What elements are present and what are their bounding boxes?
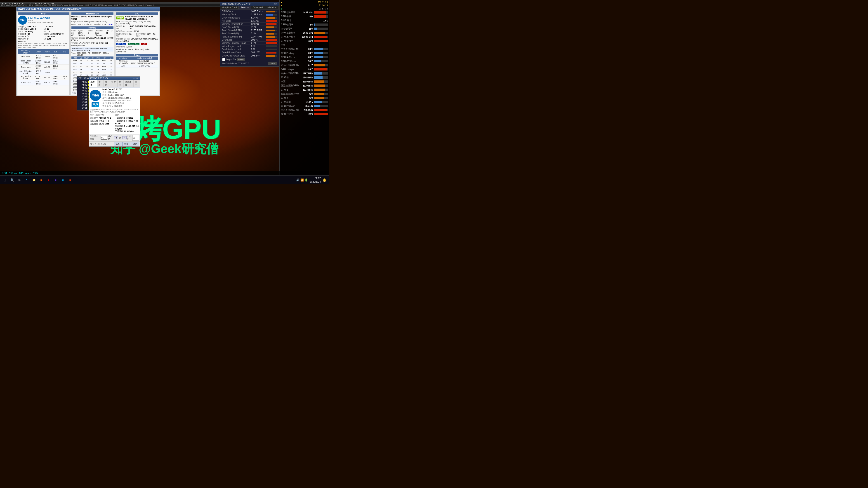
taskbar-app1[interactable]: ■ bbox=[38, 177, 44, 183]
gpuz-sensor-row: Memory Controller Load 94 % bbox=[221, 41, 278, 45]
sidebar-stat-row: GPU 使用率 100% bbox=[280, 39, 329, 43]
gpuz-panel: TechPowerUp GPU-Z 2.44.0 ─ □ × Graphics … bbox=[220, 2, 279, 67]
cpuz-tool-button[interactable]: 工具 bbox=[114, 142, 122, 146]
cpuz-tab-about[interactable]: 关于 bbox=[133, 80, 140, 87]
gpuz-tab-graphics-card[interactable]: Graphics Card bbox=[220, 6, 239, 9]
sidebar-stat-row: 图形处理器(GPU) 290.05 W bbox=[280, 108, 329, 112]
clock-table: Operating Point Clock Ratio Bus VID LFM … bbox=[18, 49, 69, 86]
gpuz-log-label: Log to file bbox=[226, 58, 236, 61]
sidebar-stat-row: 中央处理器(CPU) 63°C bbox=[280, 47, 329, 51]
clock-table-row: Avg. Effective Clock498.5 MHzx5.00 bbox=[18, 70, 69, 75]
sidebar-stat-row: GPU 显存频率 19002 MHz bbox=[280, 35, 329, 39]
sidebar-stat-row: CPU 核心频率 4489 MHz bbox=[280, 10, 329, 14]
gpuz-tab-validation[interactable]: Validation bbox=[265, 6, 278, 9]
search-button[interactable]: 🔍 bbox=[9, 177, 16, 183]
cpuz-prev-btn[interactable]: ◄ bbox=[114, 136, 118, 139]
sidebar-stat-row: CPU Package 38.74 W bbox=[280, 104, 329, 108]
sidebar-stat-row: CPU 倍频 45x bbox=[280, 14, 329, 19]
stats-date-row: ● 2022/1/23 bbox=[280, 1, 329, 4]
cpuz-tab-spd[interactable]: SPD bbox=[110, 80, 117, 87]
notifications-icon[interactable]: 🔔 bbox=[322, 178, 327, 182]
gpuz-sensor-row: Fan 1 Speed (%) 71 % bbox=[221, 26, 278, 29]
sidebar-stat-row: GPU 核心频率 1635 MHz bbox=[280, 31, 329, 35]
fps-bar: GPU: 81°C (min: 38°C - max: 81°C) bbox=[0, 171, 329, 175]
fps-text: GPU: 81°C (min: 38°C - max: 81°C) bbox=[2, 172, 38, 174]
gpuz-sensor-row: Fan 2 Speed (RPM) 2274 RPM bbox=[221, 35, 278, 38]
gpuz-sensor-row: Fan 2 Speed (%) 71 % bbox=[221, 32, 278, 35]
gpu-name: NVIDIA GeForce RTX 3070 Ti (GA104-400 LH… bbox=[125, 15, 158, 20]
sidebar-time: 21:16:13 bbox=[319, 4, 328, 7]
cpuz-tab-display[interactable]: 显卡 bbox=[117, 80, 124, 87]
furmark-info-text: CPU: Intel(R) Core(TM) i7-12700 | GPU: N… bbox=[1, 4, 154, 6]
mem-freq-row: 80018223985XMP1.35 bbox=[71, 59, 114, 62]
task-view-button[interactable]: ⧉ bbox=[16, 177, 23, 183]
mb-name: MSI MAG B660M MORTAR WIFI DDR4 (MS-7D42) bbox=[71, 15, 114, 20]
sidebar-stat-row: 主板 bbox=[280, 43, 329, 47]
gpuz-log-row: Log to file Reset bbox=[221, 57, 278, 61]
cpuz-tab-memory[interactable]: 内存 bbox=[103, 80, 110, 87]
gpuz-sensor-row: Board Power Draw 288.1 W bbox=[221, 51, 278, 54]
gpuz-sensor-row: GPU Chip Power Draw 203.8 W bbox=[221, 54, 278, 57]
sidebar-stat-row: BIOS 版本 1.01 bbox=[280, 19, 329, 23]
cpuz-core-count[interactable] bbox=[132, 135, 139, 141]
stats-runtime-row: ● 03:53:34 bbox=[280, 7, 329, 10]
sidebar-stat-row: 图形处理器(GPU) 81°C bbox=[280, 63, 329, 67]
gpuz-sensor-row: Hot Spot 93.1 °C bbox=[221, 20, 278, 23]
cpuz-footer: CPU-Z 1.99.0.x64 工具 验证 确定 bbox=[89, 141, 140, 147]
taskbar-clock: 21:12 2022/1/23 bbox=[310, 176, 321, 184]
taskbar-app5[interactable]: ■ bbox=[67, 177, 73, 183]
mem-freq-row: 146717171729XMP1.35 bbox=[71, 68, 114, 71]
gpuz-close-button[interactable]: Close bbox=[268, 62, 277, 65]
gpuz-tabs: Graphics Card Sensors Advanced Validatio… bbox=[220, 6, 279, 9]
gpuz-tab-sensors[interactable]: Sensors bbox=[239, 6, 251, 9]
cpuz-core-badge: CORE i7 bbox=[92, 102, 99, 107]
cpuz-next-btn[interactable]: ► bbox=[122, 136, 127, 139]
sidebar-stat-row: 图形处理器(GPU) 71% bbox=[280, 92, 329, 96]
sidebar-stat-row: 图形处理器(GPU) 2279 RPM bbox=[280, 84, 329, 88]
cpuz-processor-content: intel CORE i7 Intel Core i7 12700 代号: Al… bbox=[89, 88, 140, 134]
gpu-section-title: GPU bbox=[116, 12, 158, 15]
sidebar-stats-panel: ● 2022/1/23 ● 21:16:13 ● 03:53:34 CPU 核心… bbox=[279, 0, 329, 175]
cpuz-cpu-name: Intel Core i7 12700 bbox=[102, 88, 139, 91]
taskbar-app2[interactable]: ■ bbox=[45, 177, 52, 183]
cpuz-tab-processor[interactable]: 处理器 bbox=[89, 80, 97, 87]
cpu-section-title: CPU bbox=[18, 12, 69, 15]
gpuz-log-checkbox[interactable] bbox=[222, 58, 225, 61]
cpuz-proc-selector[interactable] bbox=[101, 136, 107, 140]
taskbar-system-tray: 🔊 📶 🔋 bbox=[296, 178, 308, 182]
gpuz-sensor-row: Memory Clock 1187.7 MHz bbox=[221, 13, 278, 16]
sidebar-date: 2022/1/23 bbox=[318, 1, 328, 4]
gpuz-reset-button[interactable]: Reset bbox=[237, 58, 245, 61]
runtime-icon: ● bbox=[281, 7, 283, 10]
cpuz-ok-button[interactable]: 确定 bbox=[131, 142, 139, 146]
drives-table: InterfaceModel [Capacity] NVMe 4x 16.0 G… bbox=[116, 57, 158, 68]
gpu-id: CA194-400 (GA) bbox=[116, 23, 158, 25]
cpuz-tab-bench[interactable]: 测试成绩 bbox=[124, 80, 133, 87]
gpuz-titlebar: TechPowerUp GPU-Z 2.44.0 ─ □ × bbox=[220, 2, 279, 6]
sidebar-stat-row: GPU Hotspot 93°C bbox=[280, 67, 329, 71]
gpuz-window-controls[interactable]: ─ □ × bbox=[272, 3, 277, 5]
mb-section-title: Motherboard bbox=[71, 12, 114, 15]
cpu-brand: Intel Core i7-12700 bbox=[28, 17, 53, 20]
cpuz-controls[interactable]: ─ □ × bbox=[133, 77, 138, 79]
cpuz-tab-mainboard[interactable]: 主板 bbox=[97, 80, 103, 87]
sidebar-stat-row: CPU GT Cores 50°C bbox=[280, 59, 329, 63]
gpuz-bottom: NVIDIA GeForce RTX 3070 Ti Close bbox=[221, 61, 278, 66]
sidebar-stat-row: 内存使用率 18% bbox=[280, 27, 329, 31]
file-explorer-button[interactable]: 📁 bbox=[31, 177, 37, 183]
taskbar-app4[interactable]: ■ bbox=[60, 177, 66, 183]
gpuz-tab-advanced[interactable]: Advanced bbox=[251, 6, 265, 9]
sidebar-stat-row: GPU 2 71% bbox=[280, 96, 329, 100]
gpuz-sensors-content: GPU Clock 1635.6 MHz Memory Clock 1187.7… bbox=[220, 9, 279, 66]
cpuz-validate-button[interactable]: 验证 bbox=[122, 142, 130, 146]
taskbar-app3[interactable]: ■ bbox=[53, 177, 59, 183]
gpuz-sensor-row: Fan 1 Speed (RPM) 2275 RPM bbox=[221, 29, 278, 32]
nvidia-logo: NVIDIA bbox=[116, 17, 124, 20]
edge-button[interactable]: e bbox=[24, 177, 30, 183]
furmark-info: CPU: Intel(R) Core(TM) i7-12700 | GPU: N… bbox=[0, 4, 220, 6]
drives-section-title: Drives bbox=[116, 54, 158, 57]
gpuz-sensor-row: Memory Temperature 92.0 °C bbox=[221, 23, 278, 26]
intel-logo: intel bbox=[18, 15, 27, 25]
cpuz-title: CPU-Z 1.99.0.x64 bbox=[90, 77, 108, 79]
start-button[interactable]: ⊞ bbox=[2, 177, 8, 183]
